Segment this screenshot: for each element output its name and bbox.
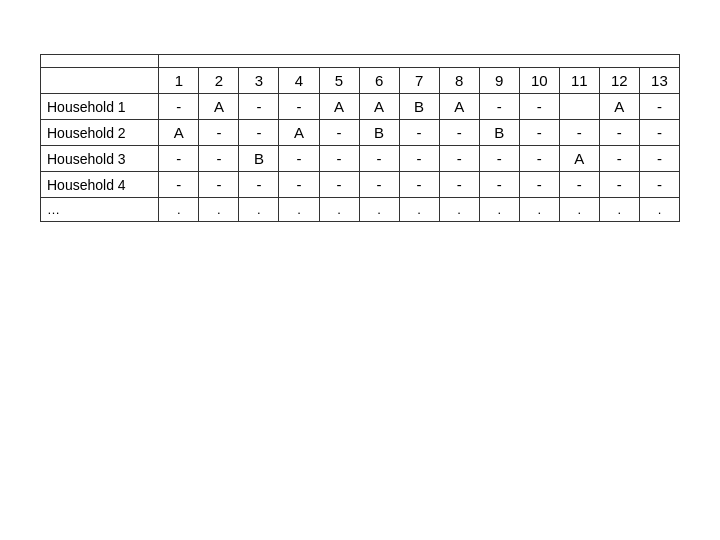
cell: - <box>279 94 319 120</box>
cell: - <box>559 172 599 198</box>
cell: - <box>479 172 519 198</box>
col-number: 5 <box>319 68 359 94</box>
cell: - <box>159 172 199 198</box>
col-number: 3 <box>239 68 279 94</box>
cell: . <box>559 198 599 222</box>
cell: . <box>199 198 239 222</box>
purchases-header <box>159 55 680 68</box>
cell: - <box>359 146 399 172</box>
table-row: Household 3--B-------A-- <box>41 146 680 172</box>
cell: - <box>159 94 199 120</box>
cell: . <box>479 198 519 222</box>
cell: A <box>199 94 239 120</box>
cell: - <box>199 120 239 146</box>
cell: - <box>199 172 239 198</box>
col-number: 13 <box>639 68 679 94</box>
cell: . <box>519 198 559 222</box>
cell: B <box>479 120 519 146</box>
table-body: Household 1-A--AABA--A-Household 2A--A-B… <box>41 94 680 222</box>
cell: . <box>399 198 439 222</box>
col-number: 7 <box>399 68 439 94</box>
purchase-table: 12345678910111213 Household 1-A--AABA--A… <box>40 54 680 222</box>
cell: - <box>599 146 639 172</box>
table-wrapper: 12345678910111213 Household 1-A--AABA--A… <box>40 54 680 222</box>
row-label: Household 3 <box>41 146 159 172</box>
col-numbers-row: 12345678910111213 <box>41 68 680 94</box>
cell: - <box>479 146 519 172</box>
cell <box>559 94 599 120</box>
cell: - <box>439 146 479 172</box>
cell: - <box>519 172 559 198</box>
cell: - <box>279 172 319 198</box>
cell: - <box>159 146 199 172</box>
col-number: 2 <box>199 68 239 94</box>
row-label: Household 4 <box>41 172 159 198</box>
cell: A <box>559 146 599 172</box>
cell: A <box>279 120 319 146</box>
col-number: 4 <box>279 68 319 94</box>
cell: - <box>399 120 439 146</box>
cell: - <box>399 146 439 172</box>
cell: - <box>199 146 239 172</box>
col-number: 12 <box>599 68 639 94</box>
cell: - <box>239 94 279 120</box>
table-row: Household 4------------- <box>41 172 680 198</box>
cell: - <box>639 120 679 146</box>
cell: . <box>599 198 639 222</box>
cell: A <box>359 94 399 120</box>
row-label: Household 2 <box>41 120 159 146</box>
cell: . <box>159 198 199 222</box>
cell: . <box>239 198 279 222</box>
cell: . <box>439 198 479 222</box>
corner-cell <box>41 55 159 68</box>
cell: - <box>639 146 679 172</box>
cell: - <box>639 94 679 120</box>
cell: - <box>439 120 479 146</box>
cell: . <box>639 198 679 222</box>
cell: - <box>319 172 359 198</box>
cell: - <box>439 172 479 198</box>
cell: - <box>319 120 359 146</box>
cell: - <box>519 94 559 120</box>
cell: - <box>239 120 279 146</box>
table-row: …............. <box>41 198 680 222</box>
cell: - <box>519 146 559 172</box>
row-label: Household 1 <box>41 94 159 120</box>
cell: - <box>319 146 359 172</box>
cell: - <box>479 94 519 120</box>
cell: B <box>359 120 399 146</box>
cell: - <box>399 172 439 198</box>
cell: - <box>359 172 399 198</box>
row-label: … <box>41 198 159 222</box>
col-number: 9 <box>479 68 519 94</box>
cell: - <box>519 120 559 146</box>
cell: A <box>319 94 359 120</box>
cell: - <box>599 120 639 146</box>
cell: A <box>599 94 639 120</box>
corner-cell-2 <box>41 68 159 94</box>
col-number: 11 <box>559 68 599 94</box>
cell: B <box>239 146 279 172</box>
table-row: Household 1-A--AABA--A- <box>41 94 680 120</box>
cell: - <box>639 172 679 198</box>
col-number: 1 <box>159 68 199 94</box>
cell: - <box>279 146 319 172</box>
cell: A <box>159 120 199 146</box>
table-row: Household 2A--A-B--B---- <box>41 120 680 146</box>
cell: . <box>319 198 359 222</box>
cell: A <box>439 94 479 120</box>
cell: - <box>559 120 599 146</box>
col-number: 10 <box>519 68 559 94</box>
cell: . <box>359 198 399 222</box>
col-number: 8 <box>439 68 479 94</box>
col-number: 6 <box>359 68 399 94</box>
cell: - <box>239 172 279 198</box>
cell: - <box>599 172 639 198</box>
cell: . <box>279 198 319 222</box>
cell: B <box>399 94 439 120</box>
